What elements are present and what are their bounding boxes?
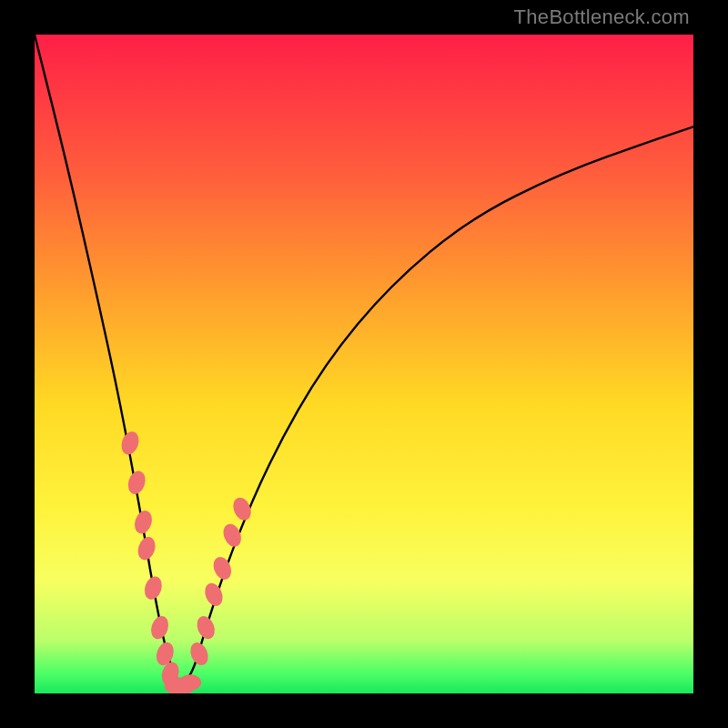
curve-marker (136, 535, 158, 562)
curve-marker (202, 581, 226, 609)
curve-marker (154, 640, 177, 667)
curve-marker (126, 469, 148, 496)
curve-marker (118, 430, 141, 457)
curve-marker (170, 678, 195, 693)
curve-svg (35, 35, 693, 693)
curve-marker (187, 640, 211, 668)
curve-marker (142, 574, 165, 602)
plot-area (35, 35, 693, 693)
curve-marker (194, 613, 217, 642)
curve-marker (230, 495, 254, 523)
curve-marker (159, 660, 182, 687)
curve-marker (210, 554, 234, 582)
chart-frame: TheBottleneck.com (0, 0, 728, 728)
curve-marker (177, 673, 201, 692)
marker-group (118, 430, 254, 693)
bottleneck-curve (35, 35, 693, 682)
curve-marker (164, 676, 188, 693)
curve-marker (220, 521, 244, 550)
curve-marker (148, 613, 171, 641)
watermark-text: TheBottleneck.com (514, 5, 690, 29)
curve-marker (132, 509, 155, 536)
